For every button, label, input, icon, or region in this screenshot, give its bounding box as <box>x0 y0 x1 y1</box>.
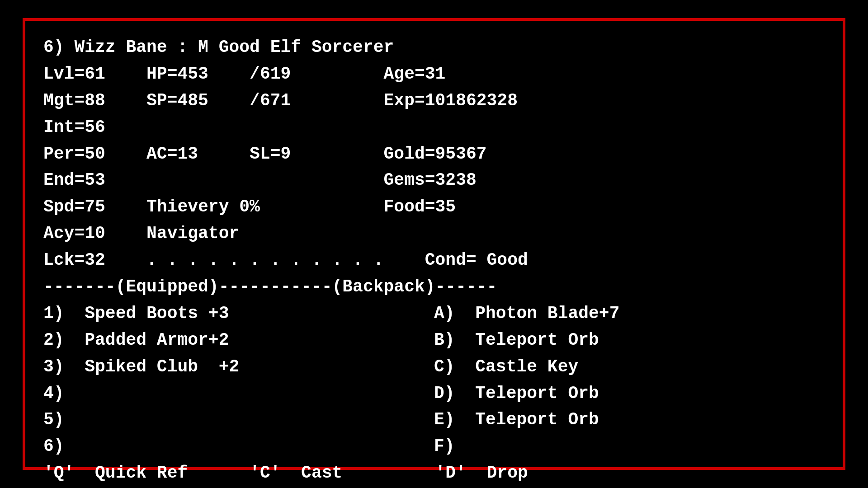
stat-line-2: Mgt=88 SP=485 /671 Exp=101862328 <box>43 88 825 114</box>
stat-line-6: Spd=75 Thievery 0% Food=35 <box>43 194 825 221</box>
stat-line-7: Acy=10 Navigator <box>43 221 825 247</box>
stat-line-5: End=53 Gems=3238 <box>43 167 825 194</box>
backpack-item-e[interactable]: E) Teleport Orb <box>434 407 825 433</box>
stat-line-1: Lvl=61 HP=453 /619 Age=31 <box>43 61 825 88</box>
inventory-header: -------(Equipped)-----------(Backpack)--… <box>43 274 825 300</box>
equipped-item-1[interactable]: 1) Speed Boots +3 <box>43 300 434 327</box>
backpack-item-a[interactable]: A) Photon Blade+7 <box>434 300 825 327</box>
equipped-item-4[interactable]: 4) <box>43 380 434 407</box>
backpack-item-b[interactable]: B) Teleport Orb <box>434 327 825 354</box>
stat-line-8: Lck=32 . . . . . . . . . . . . Cond= Goo… <box>43 247 825 274</box>
stat-line-4: Per=50 AC=13 SL=9 Gold=95367 <box>43 141 825 168</box>
equipped-item-2[interactable]: 2) Padded Armor+2 <box>43 327 434 354</box>
equipped-item-6[interactable]: 6) <box>43 433 434 460</box>
backpack-item-c[interactable]: C) Castle Key <box>434 354 825 380</box>
stat-line-3: Int=56 <box>43 114 825 141</box>
equipped-item-5[interactable]: 5) <box>43 407 434 433</box>
equipped-item-3[interactable]: 3) Spiked Club +2 <box>43 354 434 380</box>
character-title: 6) Wizz Bane : M Good Elf Sorcerer <box>43 34 825 61</box>
backpack-item-f[interactable]: F) <box>434 433 825 460</box>
game-window: 6) Wizz Bane : M Good Elf Sorcerer Lvl=6… <box>23 18 845 470</box>
backpack-item-d[interactable]: D) Teleport Orb <box>434 380 825 407</box>
command-line-1: 'Q' Quick Ref 'C' Cast 'D' Drop <box>43 460 825 487</box>
